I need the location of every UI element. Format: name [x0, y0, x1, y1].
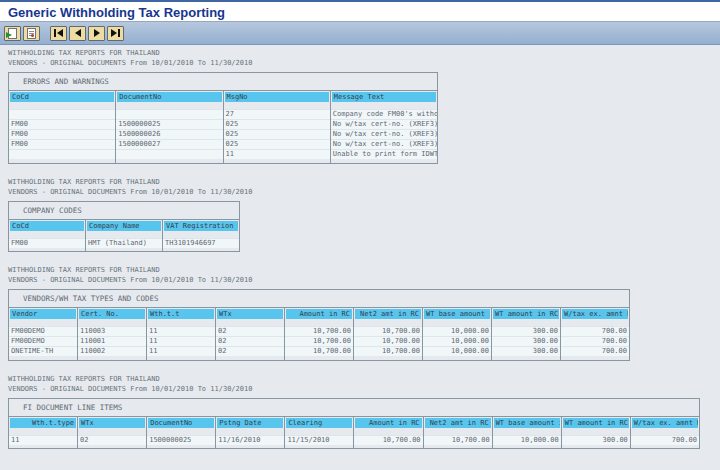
column-header[interactable]: Vendor: [9, 308, 78, 321]
column-header[interactable]: Clearing: [285, 416, 354, 429]
last-page-button[interactable]: [107, 26, 124, 41]
table-cell: 700.00: [561, 336, 630, 346]
column-header[interactable]: DocumentNo: [147, 416, 216, 429]
list-table: VENDORS/WH TAX TYPES AND CODES VendorCer…: [8, 289, 630, 361]
gap-cell: [492, 356, 561, 360]
column-header[interactable]: W/tax ex. amnt RC: [561, 308, 630, 321]
column-header-label: WTx: [79, 418, 145, 428]
column-header-label: Amount in RC: [286, 309, 352, 319]
table-cell: ONETIME-TH: [9, 346, 78, 356]
export-to-file-icon: [8, 28, 17, 39]
table-cell: 300.00: [561, 435, 630, 445]
gap-row-bottom: [9, 445, 700, 449]
column-header[interactable]: Amount in RC: [285, 308, 354, 321]
table-cell: 700.00: [630, 435, 699, 445]
column-header[interactable]: Message Text: [330, 91, 437, 104]
gap-cell: [354, 356, 423, 360]
column-header[interactable]: WT base amount in RC: [423, 308, 492, 321]
gap-cell: [86, 248, 163, 252]
table-cell: FM00: [9, 129, 116, 139]
table-row[interactable]: 1102150000002511/16/201011/15/201010,700…: [9, 435, 700, 445]
column-header-label: Message Text: [332, 92, 436, 102]
column-header[interactable]: Amount in RC: [354, 416, 423, 429]
column-header[interactable]: WT amount in RC: [561, 416, 630, 429]
report-section: WITHHOLDING TAX REPORTS FOR THAILAND VEN…: [8, 265, 712, 361]
column-header[interactable]: MsgNo: [223, 91, 330, 104]
table-cell: 10,700.00: [354, 326, 423, 336]
column-header[interactable]: VAT Registration No.: [163, 219, 240, 232]
table-title-cell: FI DOCUMENT LINE ITEMS: [9, 398, 700, 416]
table-cell: TH3101946697: [163, 238, 240, 248]
gap-cell: [285, 356, 354, 360]
report-section: WITHHOLDING TAX REPORTS FOR THAILAND VEN…: [8, 48, 712, 164]
table-row[interactable]: FM00HMT (Thailand)TH3101946697: [9, 238, 240, 248]
column-header[interactable]: Net2 amt in RC: [354, 308, 423, 321]
table-cell: 10,700.00: [354, 435, 423, 445]
table-row[interactable]: FM00DEMO110003110210,700.0010,700.0010,0…: [9, 326, 630, 336]
table-title-cell: VENDORS/WH TAX TYPES AND CODES: [9, 290, 630, 308]
table-cell: 02: [78, 435, 147, 445]
table-header-row: CoCdDocumentNoMsgNoMessage Text: [9, 91, 438, 104]
column-header[interactable]: Company Name: [86, 219, 163, 232]
page-title: Generic Withholding Tax Reporting: [0, 2, 720, 20]
table-cell: 025: [223, 119, 330, 129]
table-title: COMPANY CODES: [23, 206, 82, 215]
column-header[interactable]: CoCd: [9, 219, 86, 232]
table-cell: 10,700.00: [354, 346, 423, 356]
column-header-label: DocumentNo: [117, 92, 221, 102]
table-title-row: ERRORS AND WARNINGS: [9, 73, 438, 91]
table-title-cell: COMPANY CODES: [9, 201, 240, 219]
table-row[interactable]: FM001500000025025No w/tax cert-no. (XREF…: [9, 119, 438, 129]
gap-cell: [9, 248, 86, 252]
gap-row-bottom: [9, 248, 240, 252]
column-header-label: Wth.t.t: [148, 309, 214, 319]
report-header-line2: VENDORS - ORIGINAL DOCUMENTS From 10/01/…: [8, 384, 712, 394]
column-header[interactable]: Wth.t.type: [9, 416, 78, 429]
gap-cell: [561, 356, 630, 360]
column-header[interactable]: CoCd: [9, 91, 116, 104]
table-row[interactable]: ONETIME-TH110002110210,700.0010,700.0010…: [9, 346, 630, 356]
table-cell: 10,700.00: [285, 326, 354, 336]
column-header[interactable]: WTx: [216, 308, 285, 321]
gap-row-bottom: [9, 159, 438, 163]
list-table: ERRORS AND WARNINGS CoCdDocumentNoMsgNoM…: [8, 72, 438, 164]
table-cell: [116, 109, 223, 119]
table-cell: FM00: [9, 139, 116, 149]
export-to-file-button[interactable]: [4, 26, 21, 41]
previous-page-button[interactable]: [69, 26, 86, 41]
column-header[interactable]: Net2 amt in RC: [423, 416, 492, 429]
report-header-line1: WITHHOLDING TAX REPORTS FOR THAILAND: [8, 374, 712, 384]
table-row[interactable]: 27Company code FM00's witholding tax ref…: [9, 109, 438, 119]
column-header[interactable]: W/tax ex. amnt RC: [630, 416, 699, 429]
table-body: FI DOCUMENT LINE ITEMS Wth.t.typeWTxDocu…: [9, 398, 700, 449]
table-row[interactable]: FM001500000026025No w/tax cert-no. (XREF…: [9, 129, 438, 139]
column-header[interactable]: Cert. No.: [78, 308, 147, 321]
column-header[interactable]: Wth.t.t: [147, 308, 216, 321]
next-page-button[interactable]: [88, 26, 105, 41]
gap-cell: [354, 445, 423, 449]
first-page-button[interactable]: [50, 26, 67, 41]
title-bar: Generic Withholding Tax Reporting: [0, 2, 720, 22]
column-header[interactable]: DocumentNo: [116, 91, 223, 104]
toolbar: [0, 22, 720, 45]
column-header[interactable]: WT amount in RC: [492, 308, 561, 321]
table-cell: 1500000025: [116, 119, 223, 129]
table-cell: 10,700.00: [285, 336, 354, 346]
table-body: COMPANY CODES CoCdCompany NameVAT Regist…: [9, 201, 240, 252]
table-row[interactable]: FM001500000027025No w/tax cert-no. (XREF…: [9, 139, 438, 149]
print-button[interactable]: [23, 26, 40, 41]
table-cell: 300.00: [492, 336, 561, 346]
column-header[interactable]: WTx: [78, 416, 147, 429]
table-cell: Company code FM00's witholding tax refer…: [330, 109, 437, 119]
table-cell: 700.00: [561, 346, 630, 356]
table-cell: No w/tax cert-no. (XREF3) or w/tax amoun…: [330, 139, 437, 149]
table-title-row: FI DOCUMENT LINE ITEMS: [9, 398, 700, 416]
column-header-label: WT amount in RC: [563, 418, 629, 428]
table-row[interactable]: 11Unable to print form IDWTREPT_TH_2: [9, 149, 438, 159]
column-header[interactable]: WT base amount in RC: [492, 416, 561, 429]
table-cell: No w/tax cert-no. (XREF3) or w/tax amoun…: [330, 129, 437, 139]
table-cell: No w/tax cert-no. (XREF3) or w/tax amoun…: [330, 119, 437, 129]
column-header[interactable]: Pstng Date: [216, 416, 285, 429]
table-row[interactable]: FM00DEMO110001110210,700.0010,700.0010,0…: [9, 336, 630, 346]
table-cell: 11/15/2010: [285, 435, 354, 445]
